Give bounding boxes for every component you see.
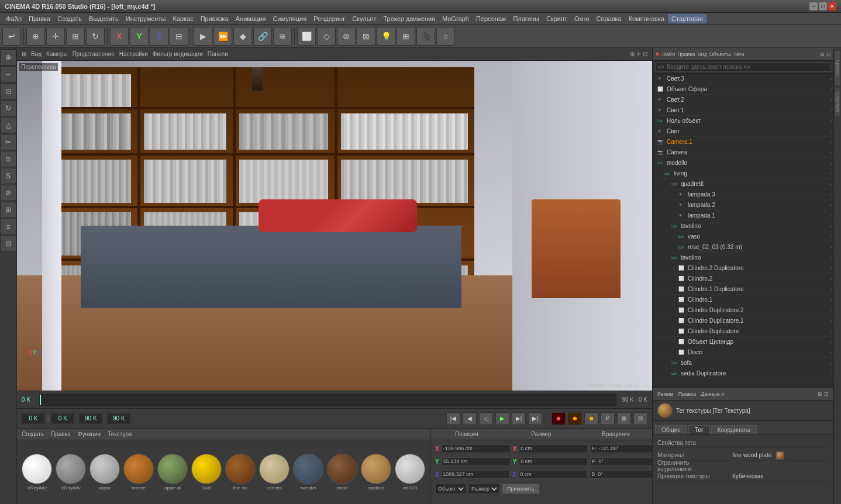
axis-z-button[interactable]: Z bbox=[150, 27, 168, 46]
rotate-button[interactable]: ↻ bbox=[86, 27, 105, 46]
pos-z-field[interactable] bbox=[441, 470, 510, 479]
record-button[interactable]: ▶ bbox=[194, 27, 212, 46]
transport-rec-param[interactable]: P bbox=[601, 412, 615, 425]
viewport-menu-represent[interactable]: Представление bbox=[73, 51, 115, 57]
coord-select[interactable]: Размер bbox=[468, 484, 499, 494]
menu-item-скрипт[interactable]: Скрипт bbox=[543, 14, 571, 23]
viewport-menu-settings[interactable]: Настройки bbox=[119, 51, 148, 57]
lt-knife[interactable]: ✂ bbox=[0, 134, 16, 150]
mat-create[interactable]: Создать bbox=[22, 431, 44, 437]
light-button[interactable]: 💡 bbox=[377, 27, 395, 46]
rp-edit[interactable]: Правка bbox=[677, 51, 695, 57]
material-item-bronze[interactable]: bronze bbox=[123, 454, 154, 491]
poly-button[interactable]: ◇ bbox=[317, 27, 336, 46]
material-item-vray2[interactable]: VRayAdv bbox=[56, 454, 86, 491]
transport-frame-left[interactable] bbox=[22, 413, 45, 424]
br-edit[interactable]: Правка bbox=[678, 391, 696, 397]
tree-item-tavolino[interactable]: Lotavolino✓ bbox=[653, 221, 833, 232]
size-x-field[interactable] bbox=[519, 444, 588, 453]
bulb-button[interactable]: ○ bbox=[436, 27, 455, 46]
material-item-gold[interactable]: Gold bbox=[191, 454, 222, 491]
menu-item-персонаж[interactable]: Персонаж bbox=[473, 14, 509, 23]
lt-layer[interactable]: ⊟ bbox=[0, 236, 16, 252]
material-item-cardboard[interactable]: cardboa bbox=[361, 454, 391, 491]
tree-item-quadretti[interactable]: Loquadretti✓ bbox=[653, 179, 833, 189]
sidebar-tab-structure[interactable]: Структура bbox=[834, 88, 841, 117]
path-button[interactable]: 🔗 bbox=[253, 27, 272, 46]
mat-functions[interactable]: Функции bbox=[78, 431, 101, 437]
tree-item-lampada3[interactable]: ☀lampada.3✓ bbox=[653, 189, 833, 200]
material-item-apple[interactable]: apple.al bbox=[157, 454, 188, 491]
axis-x-button[interactable]: X bbox=[110, 27, 129, 46]
menu-item-инструменты[interactable]: Инструменты bbox=[122, 14, 170, 23]
key-button[interactable]: ◆ bbox=[233, 27, 252, 46]
render-view-button[interactable]: 🎥 bbox=[416, 27, 435, 46]
material-item-finewood[interactable]: fine wo bbox=[225, 454, 256, 491]
tree-item-cilindrodup[interactable]: ⬜Cilindro Duplicatore✓ bbox=[653, 326, 833, 337]
lt-move[interactable]: ↔ bbox=[0, 66, 16, 82]
lt-magnet[interactable]: ⊙ bbox=[0, 151, 16, 167]
tree-item-cilindro2dup[interactable]: ⬜Cilindro.2 Duplicatore✓ bbox=[653, 263, 833, 274]
menu-item-плагины[interactable]: Плагины bbox=[509, 14, 543, 23]
minimize-button[interactable]: ─ bbox=[809, 2, 818, 11]
rot-p-field[interactable] bbox=[590, 457, 659, 466]
tree-item-cilindro2[interactable]: ⬜Cilindro.2✓ bbox=[653, 274, 833, 284]
search-input[interactable] bbox=[655, 63, 831, 72]
transport-to-end[interactable]: ▶| bbox=[528, 412, 542, 425]
rp-file[interactable]: Файл bbox=[662, 51, 675, 57]
pos-y-field[interactable] bbox=[442, 457, 511, 466]
transport-to-start[interactable]: |◀ bbox=[446, 412, 460, 425]
transport-rec-scale[interactable]: ⏺ bbox=[568, 412, 582, 425]
rot-h-field[interactable] bbox=[590, 444, 659, 453]
tree-item-sofa[interactable]: Losofa✓ bbox=[653, 358, 833, 368]
tree-item-cilindrodup2[interactable]: ⬜Cilindro Duplicatore.2✓ bbox=[653, 305, 833, 316]
axis-all-button[interactable]: ⊟ bbox=[170, 27, 188, 46]
tree-item-disco[interactable]: ⬜Disco✓ bbox=[653, 347, 833, 358]
transport-step-back[interactable]: ◀ bbox=[463, 412, 477, 425]
menu-item-создать[interactable]: Создать bbox=[54, 14, 85, 23]
transport-rec-pos[interactable]: ⏺ bbox=[552, 412, 566, 425]
tree-item-sedia[interactable]: Losedia Duplicatore✓ bbox=[653, 368, 833, 379]
transport-step-fwd[interactable]: ▶| bbox=[512, 412, 526, 425]
viewport-canvas[interactable]: XYZ Перспектива Нтервал ренд.: 10000 : 2… bbox=[17, 61, 652, 391]
nurbs-button[interactable]: ⊛ bbox=[337, 27, 356, 46]
lt-scale[interactable]: ⊡ bbox=[0, 83, 16, 99]
br-mode[interactable]: Режим bbox=[657, 391, 674, 397]
deform-button[interactable]: ⊠ bbox=[357, 27, 375, 46]
menu-item-трекер-движения[interactable]: Трекер движения bbox=[380, 14, 439, 23]
br-data[interactable]: Данные п bbox=[701, 391, 724, 397]
maximize-button[interactable]: □ bbox=[819, 2, 827, 11]
tree-item-camera[interactable]: 📷Camera✓ bbox=[653, 147, 833, 158]
pos-x-field[interactable] bbox=[442, 444, 511, 453]
viewport-menu-filter[interactable]: Фильтр индикации bbox=[153, 51, 203, 57]
transport-frame-right[interactable] bbox=[79, 413, 102, 424]
menu-item-mograph[interactable]: MoGraph bbox=[439, 14, 473, 23]
prop-tab-tag[interactable]: Тег bbox=[688, 425, 710, 434]
rp-tags[interactable]: Теги bbox=[733, 51, 744, 57]
prop-tab-coords[interactable]: Координаты bbox=[711, 425, 757, 434]
material-item-karta[interactable]: карта bbox=[89, 454, 120, 491]
transport-frame-mid[interactable] bbox=[51, 413, 74, 424]
sidebar-tab-browser[interactable]: Браузер bbox=[834, 50, 841, 85]
tree-item-camera1[interactable]: 📷Camera.1✓ bbox=[653, 137, 833, 147]
scale-button[interactable]: ⊞ bbox=[66, 27, 85, 46]
rp-view[interactable]: Вид bbox=[698, 51, 707, 57]
lt-rotate[interactable]: ↻ bbox=[0, 100, 16, 116]
menu-item-файл[interactable]: Файл bbox=[2, 14, 25, 23]
tree-item-null[interactable]: LoНоль объект✓ bbox=[653, 116, 833, 126]
lt-poly[interactable]: △ bbox=[0, 117, 16, 133]
cube-button[interactable]: ⬜ bbox=[297, 27, 316, 46]
lt-select[interactable]: ⊕ bbox=[0, 49, 16, 65]
tree-item-cilindro1[interactable]: ⬜Cilindro.1✓ bbox=[653, 295, 833, 305]
undo-button[interactable]: ↩ bbox=[2, 27, 21, 46]
apply-button[interactable]: Применить bbox=[502, 484, 540, 494]
lt-stack[interactable]: ≡ bbox=[0, 219, 16, 235]
anim-button[interactable]: ⏩ bbox=[213, 27, 232, 46]
tree-item-svet[interactable]: ☀Свет✓ bbox=[653, 126, 833, 137]
lt-brush[interactable]: ⊘ bbox=[0, 185, 16, 201]
menu-item-привязка[interactable]: Привязка bbox=[197, 14, 232, 23]
viewport-menu-panels[interactable]: Панели bbox=[208, 51, 228, 57]
size-z-field[interactable] bbox=[518, 470, 587, 479]
material-item-vray1[interactable]: VRayAdv bbox=[22, 454, 52, 491]
tree-item-svет3[interactable]: ☀Свет.3✓ bbox=[653, 74, 833, 84]
